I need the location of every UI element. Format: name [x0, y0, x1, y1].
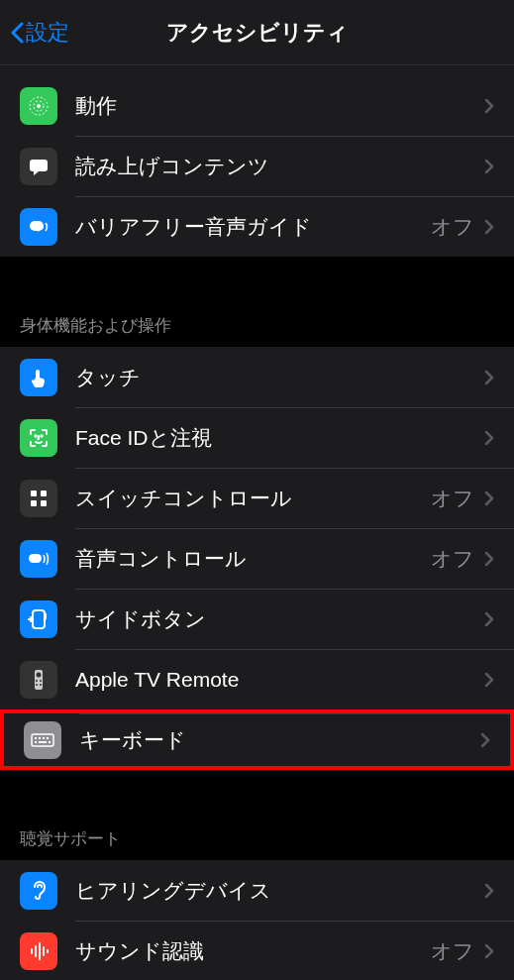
row-touch[interactable]: タッチ [0, 347, 514, 407]
group-hearing: ヒアリングデバイス サウンド認識 オフ [0, 860, 514, 980]
chevron-right-icon [484, 490, 494, 506]
section-header-hearing: 聴覚サポート [0, 810, 514, 860]
chevron-left-icon [10, 22, 24, 44]
group-gap [0, 257, 514, 296]
row-motion-label: 動作 [75, 92, 484, 120]
ear-icon [20, 872, 57, 910]
row-keyboard[interactable]: キーボード [0, 709, 514, 770]
page-title: アクセシビリティ [0, 18, 514, 48]
back-button[interactable]: 設定 [10, 18, 69, 48]
svg-point-2 [37, 104, 41, 108]
row-voice-control-value: オフ [431, 545, 474, 573]
remote-icon [20, 661, 57, 699]
svg-rect-8 [41, 490, 47, 496]
row-spoken-content-label: 読み上げコンテンツ [75, 153, 484, 180]
row-switch-control-value: オフ [431, 485, 474, 512]
side-button-icon [20, 600, 57, 638]
svg-rect-27 [49, 741, 51, 743]
svg-rect-9 [31, 500, 37, 506]
truncated-previous-group [0, 65, 514, 75]
chevron-right-icon [484, 430, 494, 446]
svg-rect-26 [39, 741, 47, 743]
speech-bubble-icon [20, 148, 57, 185]
row-side-button-label: サイドボタン [75, 605, 484, 633]
svg-point-18 [36, 684, 38, 686]
row-keyboard-label: キーボード [79, 726, 480, 754]
group-physical: タッチ Face IDと注視 スイッチコントロール オフ 音声コントロール オフ [0, 347, 514, 770]
back-label: 設定 [26, 18, 69, 48]
svg-rect-3 [30, 160, 48, 171]
row-audio-descriptions-label: バリアフリー音声ガイド [75, 213, 431, 241]
sound-rec-icon [20, 932, 57, 970]
svg-point-16 [36, 680, 38, 682]
chevron-right-icon [484, 943, 494, 959]
section-header-physical: 身体機能および操作 [0, 296, 514, 347]
chevron-right-icon [484, 672, 494, 688]
row-audio-descriptions[interactable]: バリアフリー音声ガイド オフ [0, 196, 514, 257]
motion-icon [20, 87, 57, 125]
row-side-button[interactable]: サイドボタン [0, 589, 514, 649]
chevron-right-icon [484, 159, 494, 174]
row-faceid-label: Face IDと注視 [75, 424, 484, 452]
row-sound-recognition-value: オフ [431, 937, 474, 965]
group-vision: 動作 読み上げコンテンツ バリアフリー音声ガイド オフ [0, 75, 514, 257]
row-motion[interactable]: 動作 [0, 75, 514, 136]
switch-icon [20, 480, 57, 517]
chevron-right-icon [484, 219, 494, 235]
row-hearing-devices-label: ヒアリングデバイス [75, 877, 484, 905]
svg-rect-23 [43, 737, 45, 739]
row-apple-tv-remote[interactable]: Apple TV Remote [0, 649, 514, 709]
header-bar: 設定 アクセシビリティ [0, 0, 514, 65]
svg-rect-25 [35, 741, 37, 743]
svg-point-15 [37, 672, 42, 677]
chevron-right-icon [484, 370, 494, 385]
voice-control-icon [20, 540, 57, 578]
chevron-right-icon [484, 98, 494, 114]
touch-icon [20, 359, 57, 396]
row-apple-tv-remote-label: Apple TV Remote [75, 668, 484, 692]
svg-rect-22 [39, 737, 41, 739]
chevron-right-icon [484, 883, 494, 899]
row-sound-recognition-label: サウンド認識 [75, 937, 431, 965]
faceid-icon [20, 419, 57, 457]
chevron-right-icon [480, 732, 490, 748]
svg-rect-20 [32, 734, 53, 746]
row-spoken-content[interactable]: 読み上げコンテンツ [0, 136, 514, 196]
row-voice-control-label: 音声コントロール [75, 545, 431, 573]
svg-point-19 [40, 684, 42, 686]
svg-rect-7 [31, 490, 37, 496]
group-gap [0, 770, 514, 810]
svg-rect-24 [47, 737, 49, 739]
content-scroll[interactable]: 動作 読み上げコンテンツ バリアフリー音声ガイド オフ 身体機能および操作 タッ… [0, 65, 514, 980]
row-voice-control[interactable]: 音声コントロール オフ [0, 528, 514, 589]
svg-rect-21 [35, 737, 37, 739]
row-sound-recognition[interactable]: サウンド認識 オフ [0, 921, 514, 980]
audio-desc-icon [20, 208, 57, 246]
chevron-right-icon [484, 611, 494, 627]
svg-point-5 [35, 435, 36, 436]
row-faceid-attention[interactable]: Face IDと注視 [0, 407, 514, 468]
row-switch-control-label: スイッチコントロール [75, 485, 431, 512]
svg-point-17 [40, 680, 42, 682]
keyboard-icon [24, 721, 61, 759]
svg-rect-10 [41, 500, 47, 506]
row-hearing-devices[interactable]: ヒアリングデバイス [0, 860, 514, 921]
row-touch-label: タッチ [75, 364, 484, 391]
row-audio-descriptions-value: オフ [431, 213, 474, 241]
row-switch-control[interactable]: スイッチコントロール オフ [0, 468, 514, 528]
svg-point-6 [41, 435, 42, 436]
chevron-right-icon [484, 551, 494, 567]
svg-rect-12 [33, 610, 45, 628]
